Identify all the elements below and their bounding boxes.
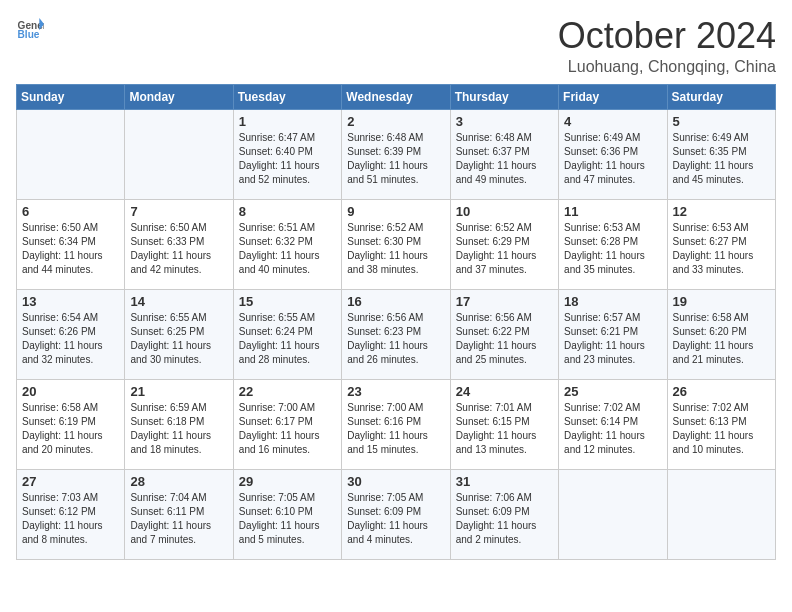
cell-w1-d4: 2Sunrise: 6:48 AM Sunset: 6:39 PM Daylig… (342, 109, 450, 199)
cell-w5-d4: 30Sunrise: 7:05 AM Sunset: 6:09 PM Dayli… (342, 469, 450, 559)
cell-details: Sunrise: 7:00 AM Sunset: 6:17 PM Dayligh… (239, 401, 336, 457)
cell-w5-d6 (559, 469, 667, 559)
day-number: 5 (673, 114, 770, 129)
week-row-5: 27Sunrise: 7:03 AM Sunset: 6:12 PM Dayli… (17, 469, 776, 559)
cell-details: Sunrise: 6:55 AM Sunset: 6:25 PM Dayligh… (130, 311, 227, 367)
col-thursday: Thursday (450, 84, 558, 109)
cell-details: Sunrise: 6:48 AM Sunset: 6:39 PM Dayligh… (347, 131, 444, 187)
cell-w4-d2: 21Sunrise: 6:59 AM Sunset: 6:18 PM Dayli… (125, 379, 233, 469)
cell-details: Sunrise: 6:47 AM Sunset: 6:40 PM Dayligh… (239, 131, 336, 187)
day-number: 18 (564, 294, 661, 309)
week-row-2: 6Sunrise: 6:50 AM Sunset: 6:34 PM Daylig… (17, 199, 776, 289)
cell-w3-d1: 13Sunrise: 6:54 AM Sunset: 6:26 PM Dayli… (17, 289, 125, 379)
day-number: 3 (456, 114, 553, 129)
day-number: 10 (456, 204, 553, 219)
calendar-header: Sunday Monday Tuesday Wednesday Thursday… (17, 84, 776, 109)
cell-w4-d4: 23Sunrise: 7:00 AM Sunset: 6:16 PM Dayli… (342, 379, 450, 469)
day-number: 22 (239, 384, 336, 399)
day-number: 24 (456, 384, 553, 399)
day-number: 9 (347, 204, 444, 219)
calendar-location: Luohuang, Chongqing, China (558, 58, 776, 76)
cell-w5-d2: 28Sunrise: 7:04 AM Sunset: 6:11 PM Dayli… (125, 469, 233, 559)
cell-w1-d5: 3Sunrise: 6:48 AM Sunset: 6:37 PM Daylig… (450, 109, 558, 199)
calendar-title: October 2024 (558, 16, 776, 56)
title-block: October 2024 Luohuang, Chongqing, China (558, 16, 776, 76)
cell-details: Sunrise: 7:04 AM Sunset: 6:11 PM Dayligh… (130, 491, 227, 547)
cell-w2-d5: 10Sunrise: 6:52 AM Sunset: 6:29 PM Dayli… (450, 199, 558, 289)
day-number: 7 (130, 204, 227, 219)
cell-details: Sunrise: 6:51 AM Sunset: 6:32 PM Dayligh… (239, 221, 336, 277)
cell-w3-d4: 16Sunrise: 6:56 AM Sunset: 6:23 PM Dayli… (342, 289, 450, 379)
cell-w4-d7: 26Sunrise: 7:02 AM Sunset: 6:13 PM Dayli… (667, 379, 775, 469)
cell-w5-d5: 31Sunrise: 7:06 AM Sunset: 6:09 PM Dayli… (450, 469, 558, 559)
cell-details: Sunrise: 6:59 AM Sunset: 6:18 PM Dayligh… (130, 401, 227, 457)
day-number: 21 (130, 384, 227, 399)
cell-w5-d3: 29Sunrise: 7:05 AM Sunset: 6:10 PM Dayli… (233, 469, 341, 559)
day-number: 23 (347, 384, 444, 399)
day-number: 26 (673, 384, 770, 399)
day-number: 30 (347, 474, 444, 489)
cell-w2-d4: 9Sunrise: 6:52 AM Sunset: 6:30 PM Daylig… (342, 199, 450, 289)
cell-w1-d7: 5Sunrise: 6:49 AM Sunset: 6:35 PM Daylig… (667, 109, 775, 199)
cell-w2-d6: 11Sunrise: 6:53 AM Sunset: 6:28 PM Dayli… (559, 199, 667, 289)
cell-w5-d1: 27Sunrise: 7:03 AM Sunset: 6:12 PM Dayli… (17, 469, 125, 559)
day-number: 15 (239, 294, 336, 309)
day-number: 16 (347, 294, 444, 309)
col-tuesday: Tuesday (233, 84, 341, 109)
day-number: 17 (456, 294, 553, 309)
logo: General Blue (16, 16, 44, 40)
calendar-body: 1Sunrise: 6:47 AM Sunset: 6:40 PM Daylig… (17, 109, 776, 559)
cell-details: Sunrise: 6:52 AM Sunset: 6:30 PM Dayligh… (347, 221, 444, 277)
col-wednesday: Wednesday (342, 84, 450, 109)
generalblue-logo-icon: General Blue (16, 16, 44, 40)
cell-w2-d1: 6Sunrise: 6:50 AM Sunset: 6:34 PM Daylig… (17, 199, 125, 289)
day-number: 2 (347, 114, 444, 129)
cell-w1-d6: 4Sunrise: 6:49 AM Sunset: 6:36 PM Daylig… (559, 109, 667, 199)
cell-details: Sunrise: 6:57 AM Sunset: 6:21 PM Dayligh… (564, 311, 661, 367)
cell-details: Sunrise: 7:01 AM Sunset: 6:15 PM Dayligh… (456, 401, 553, 457)
cell-details: Sunrise: 7:05 AM Sunset: 6:10 PM Dayligh… (239, 491, 336, 547)
week-row-3: 13Sunrise: 6:54 AM Sunset: 6:26 PM Dayli… (17, 289, 776, 379)
day-number: 31 (456, 474, 553, 489)
cell-w4-d1: 20Sunrise: 6:58 AM Sunset: 6:19 PM Dayli… (17, 379, 125, 469)
cell-w3-d2: 14Sunrise: 6:55 AM Sunset: 6:25 PM Dayli… (125, 289, 233, 379)
cell-w4-d3: 22Sunrise: 7:00 AM Sunset: 6:17 PM Dayli… (233, 379, 341, 469)
cell-details: Sunrise: 6:50 AM Sunset: 6:34 PM Dayligh… (22, 221, 119, 277)
header-row: Sunday Monday Tuesday Wednesday Thursday… (17, 84, 776, 109)
day-number: 27 (22, 474, 119, 489)
week-row-1: 1Sunrise: 6:47 AM Sunset: 6:40 PM Daylig… (17, 109, 776, 199)
cell-w5-d7 (667, 469, 775, 559)
day-number: 13 (22, 294, 119, 309)
cell-details: Sunrise: 6:49 AM Sunset: 6:36 PM Dayligh… (564, 131, 661, 187)
cell-w1-d1 (17, 109, 125, 199)
cell-details: Sunrise: 6:48 AM Sunset: 6:37 PM Dayligh… (456, 131, 553, 187)
cell-details: Sunrise: 6:50 AM Sunset: 6:33 PM Dayligh… (130, 221, 227, 277)
week-row-4: 20Sunrise: 6:58 AM Sunset: 6:19 PM Dayli… (17, 379, 776, 469)
cell-w4-d5: 24Sunrise: 7:01 AM Sunset: 6:15 PM Dayli… (450, 379, 558, 469)
day-number: 29 (239, 474, 336, 489)
day-number: 12 (673, 204, 770, 219)
day-number: 4 (564, 114, 661, 129)
day-number: 28 (130, 474, 227, 489)
cell-w4-d6: 25Sunrise: 7:02 AM Sunset: 6:14 PM Dayli… (559, 379, 667, 469)
page-header: General Blue October 2024 Luohuang, Chon… (16, 16, 776, 76)
cell-w3-d7: 19Sunrise: 6:58 AM Sunset: 6:20 PM Dayli… (667, 289, 775, 379)
cell-details: Sunrise: 6:56 AM Sunset: 6:23 PM Dayligh… (347, 311, 444, 367)
cell-details: Sunrise: 6:56 AM Sunset: 6:22 PM Dayligh… (456, 311, 553, 367)
cell-details: Sunrise: 6:55 AM Sunset: 6:24 PM Dayligh… (239, 311, 336, 367)
cell-details: Sunrise: 6:54 AM Sunset: 6:26 PM Dayligh… (22, 311, 119, 367)
cell-w2-d2: 7Sunrise: 6:50 AM Sunset: 6:33 PM Daylig… (125, 199, 233, 289)
day-number: 8 (239, 204, 336, 219)
cell-details: Sunrise: 7:05 AM Sunset: 6:09 PM Dayligh… (347, 491, 444, 547)
cell-details: Sunrise: 6:58 AM Sunset: 6:20 PM Dayligh… (673, 311, 770, 367)
cell-w3-d5: 17Sunrise: 6:56 AM Sunset: 6:22 PM Dayli… (450, 289, 558, 379)
col-monday: Monday (125, 84, 233, 109)
cell-w2-d3: 8Sunrise: 6:51 AM Sunset: 6:32 PM Daylig… (233, 199, 341, 289)
cell-w2-d7: 12Sunrise: 6:53 AM Sunset: 6:27 PM Dayli… (667, 199, 775, 289)
cell-details: Sunrise: 7:03 AM Sunset: 6:12 PM Dayligh… (22, 491, 119, 547)
cell-w1-d2 (125, 109, 233, 199)
cell-details: Sunrise: 6:52 AM Sunset: 6:29 PM Dayligh… (456, 221, 553, 277)
day-number: 20 (22, 384, 119, 399)
cell-details: Sunrise: 6:53 AM Sunset: 6:27 PM Dayligh… (673, 221, 770, 277)
cell-w1-d3: 1Sunrise: 6:47 AM Sunset: 6:40 PM Daylig… (233, 109, 341, 199)
